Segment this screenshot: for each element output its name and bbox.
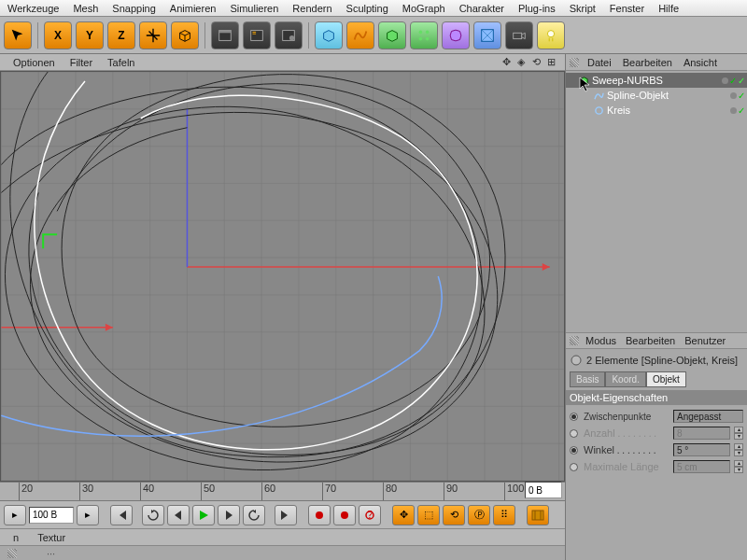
loop-button[interactable] bbox=[142, 505, 164, 525]
svg-point-44 bbox=[341, 511, 348, 519]
bottom-tab-n[interactable]: n bbox=[7, 531, 24, 544]
goto-end-button[interactable] bbox=[275, 505, 297, 525]
play-button[interactable] bbox=[192, 505, 215, 525]
loop-forward-button[interactable] bbox=[243, 505, 265, 525]
spinner-icon[interactable]: ▴▾ bbox=[734, 443, 743, 456]
menu-animieren[interactable]: Animieren bbox=[164, 2, 222, 15]
menu-mograph[interactable]: MoGraph bbox=[397, 2, 451, 15]
tick: 50 bbox=[201, 483, 215, 500]
menu-simulieren[interactable]: Simulieren bbox=[224, 2, 284, 15]
grip-icon[interactable] bbox=[570, 58, 579, 67]
submenu-tafeln[interactable]: Tafeln bbox=[102, 56, 140, 69]
attribute-manager-menu: Modus Bearbeiten Benutzer bbox=[566, 332, 747, 349]
axis-x-button[interactable]: X bbox=[44, 21, 72, 49]
axis-z-button[interactable]: Z bbox=[107, 21, 135, 49]
cube-object-icon[interactable] bbox=[315, 21, 343, 49]
submenu-filter[interactable]: Filter bbox=[64, 56, 98, 69]
current-frame-field[interactable] bbox=[29, 507, 74, 524]
circle-icon bbox=[594, 105, 604, 116]
animation-layout-button[interactable] bbox=[527, 505, 549, 525]
main-toolbar: X Y Z bbox=[0, 17, 747, 54]
3d-viewport[interactable] bbox=[0, 71, 565, 482]
key-rot-button[interactable]: ⟲ bbox=[443, 505, 465, 525]
environment-icon[interactable] bbox=[473, 21, 501, 49]
light-icon[interactable] bbox=[537, 21, 565, 49]
grip-icon[interactable] bbox=[7, 549, 17, 558]
vp-maximize-icon[interactable]: ⊞ bbox=[544, 56, 557, 69]
tree-row-sweep-nurbs[interactable]: Sweep-NURBS ✓✓ bbox=[566, 73, 747, 88]
attr-menu-modus[interactable]: Modus bbox=[581, 334, 621, 347]
svg-point-7 bbox=[419, 36, 423, 40]
camera-icon[interactable] bbox=[505, 21, 533, 49]
radio-icon[interactable] bbox=[570, 446, 578, 455]
svg-rect-10 bbox=[514, 33, 522, 38]
tab-basis[interactable]: Basis bbox=[570, 371, 605, 387]
autokey-button[interactable] bbox=[333, 505, 356, 525]
radio-icon[interactable] bbox=[570, 413, 578, 421]
goto-start-spinner[interactable]: ▸ bbox=[4, 505, 26, 525]
menu-fenster[interactable]: Fenster bbox=[604, 2, 650, 15]
om-menu-datei[interactable]: Datei bbox=[583, 56, 616, 69]
svg-point-11 bbox=[547, 30, 554, 36]
menu-mesh[interactable]: Mesh bbox=[67, 2, 104, 15]
key-scale-button[interactable]: ⬚ bbox=[417, 505, 440, 525]
vp-move-icon[interactable]: ✥ bbox=[500, 56, 513, 69]
om-menu-bearbeiten[interactable]: Bearbeiten bbox=[618, 56, 677, 69]
keyframe-options-button[interactable]: ? bbox=[359, 505, 381, 525]
deformer-icon[interactable] bbox=[442, 21, 470, 49]
timeline-ruler[interactable]: 20 30 40 50 60 70 80 90 100 bbox=[0, 482, 565, 500]
render-settings-icon[interactable] bbox=[275, 21, 303, 49]
key-pos-button[interactable]: ✥ bbox=[392, 505, 415, 525]
record-button[interactable] bbox=[308, 505, 331, 525]
nurbs-icon[interactable] bbox=[378, 21, 406, 49]
array-icon[interactable] bbox=[410, 21, 438, 49]
prev-frame-button[interactable] bbox=[167, 505, 190, 525]
svg-rect-1 bbox=[219, 30, 232, 33]
winkel-field[interactable]: 5 ° bbox=[673, 443, 730, 456]
menu-sculpting[interactable]: Sculpting bbox=[341, 2, 394, 15]
next-frame-button[interactable] bbox=[218, 505, 240, 525]
spline-icon bbox=[594, 91, 604, 101]
cube-primitive-icon[interactable] bbox=[171, 21, 199, 49]
vp-rotate-icon[interactable]: ⟲ bbox=[529, 56, 543, 69]
key-pla-button[interactable]: ⠿ bbox=[493, 505, 515, 525]
vp-zoom-icon[interactable]: ◈ bbox=[514, 56, 528, 69]
zwischenpunkte-dropdown[interactable]: Angepasst bbox=[673, 410, 743, 423]
submenu-optionen[interactable]: Optionen bbox=[7, 56, 61, 69]
tree-row-kreis[interactable]: Kreis ✓ bbox=[566, 103, 747, 118]
menu-rendern[interactable]: Rendern bbox=[287, 2, 337, 15]
menu-snapping[interactable]: Snapping bbox=[106, 2, 162, 15]
coord-system-icon[interactable] bbox=[139, 21, 167, 49]
menu-charakter[interactable]: Charakter bbox=[454, 2, 510, 15]
tab-koord[interactable]: Koord. bbox=[605, 371, 645, 387]
svg-point-51 bbox=[571, 356, 581, 365]
tree-label: Sweep-NURBS bbox=[592, 75, 663, 86]
object-manager-tree[interactable]: Sweep-NURBS ✓✓ Spline-Objekt ✓ Kreis ✓ bbox=[566, 71, 747, 332]
end-frame-field[interactable] bbox=[525, 482, 562, 498]
grip-icon[interactable] bbox=[570, 336, 579, 345]
render-view-icon[interactable] bbox=[211, 21, 239, 49]
axis-y-button[interactable]: Y bbox=[76, 21, 104, 49]
key-param-button[interactable]: Ⓟ bbox=[468, 505, 490, 525]
attr-menu-benutzer[interactable]: Benutzer bbox=[680, 334, 730, 347]
tick: 80 bbox=[383, 483, 397, 500]
viewport-canvas bbox=[1, 72, 564, 481]
tree-row-spline-objekt[interactable]: Spline-Objekt ✓ bbox=[566, 88, 747, 103]
live-select-tool-icon[interactable] bbox=[4, 21, 32, 49]
render-region-icon[interactable] bbox=[243, 21, 271, 49]
tick: 100 bbox=[504, 483, 524, 500]
spline-tool-icon[interactable] bbox=[346, 21, 374, 49]
tab-objekt[interactable]: Objekt bbox=[646, 371, 686, 387]
attr-menu-bearbeiten[interactable]: Bearbeiten bbox=[621, 334, 680, 347]
om-menu-ansicht[interactable]: Ansicht bbox=[679, 56, 722, 69]
bottom-tab-textur[interactable]: Textur bbox=[32, 531, 71, 544]
menu-skript[interactable]: Skript bbox=[564, 2, 601, 15]
menu-hilfe[interactable]: Hilfe bbox=[653, 2, 684, 15]
svg-point-4 bbox=[289, 35, 294, 40]
object-manager-menu: Datei Bearbeiten Ansicht bbox=[565, 54, 747, 71]
menu-werkzeuge[interactable]: Werkzeuge bbox=[2, 2, 64, 15]
goto-start-button[interactable] bbox=[110, 505, 133, 525]
menu-plugins[interactable]: Plug-ins bbox=[513, 2, 561, 15]
frame-spinner[interactable]: ▸ bbox=[77, 505, 99, 525]
material-placeholder: ··· bbox=[47, 548, 55, 559]
